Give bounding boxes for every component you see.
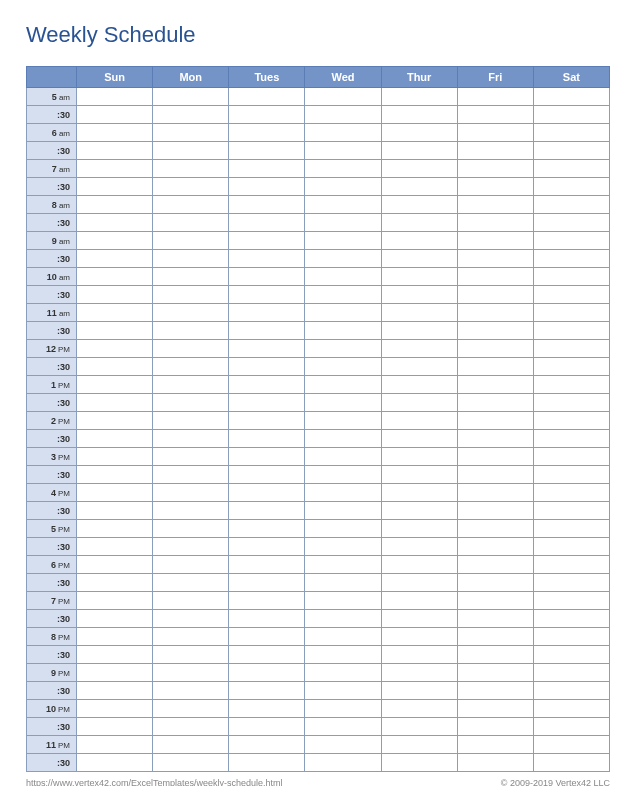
schedule-cell[interactable] — [381, 340, 457, 358]
schedule-cell[interactable] — [457, 106, 533, 124]
schedule-cell[interactable] — [381, 592, 457, 610]
schedule-cell[interactable] — [229, 88, 305, 106]
schedule-cell[interactable] — [533, 484, 609, 502]
schedule-cell[interactable] — [305, 682, 381, 700]
schedule-cell[interactable] — [305, 646, 381, 664]
schedule-cell[interactable] — [381, 610, 457, 628]
schedule-cell[interactable] — [533, 718, 609, 736]
schedule-cell[interactable] — [77, 124, 153, 142]
schedule-cell[interactable] — [153, 322, 229, 340]
schedule-cell[interactable] — [457, 88, 533, 106]
schedule-cell[interactable] — [457, 124, 533, 142]
schedule-cell[interactable] — [229, 520, 305, 538]
schedule-cell[interactable] — [77, 232, 153, 250]
schedule-cell[interactable] — [533, 682, 609, 700]
schedule-cell[interactable] — [77, 322, 153, 340]
schedule-cell[interactable] — [153, 268, 229, 286]
schedule-cell[interactable] — [381, 430, 457, 448]
schedule-cell[interactable] — [381, 232, 457, 250]
schedule-cell[interactable] — [381, 664, 457, 682]
schedule-cell[interactable] — [229, 754, 305, 772]
schedule-cell[interactable] — [305, 250, 381, 268]
schedule-cell[interactable] — [305, 736, 381, 754]
schedule-cell[interactable] — [153, 250, 229, 268]
schedule-cell[interactable] — [153, 430, 229, 448]
schedule-cell[interactable] — [457, 592, 533, 610]
schedule-cell[interactable] — [153, 718, 229, 736]
schedule-cell[interactable] — [153, 628, 229, 646]
schedule-cell[interactable] — [77, 754, 153, 772]
schedule-cell[interactable] — [305, 718, 381, 736]
schedule-cell[interactable] — [153, 232, 229, 250]
schedule-cell[interactable] — [533, 376, 609, 394]
schedule-cell[interactable] — [457, 466, 533, 484]
schedule-cell[interactable] — [229, 592, 305, 610]
schedule-cell[interactable] — [229, 664, 305, 682]
schedule-cell[interactable] — [533, 664, 609, 682]
schedule-cell[interactable] — [153, 484, 229, 502]
schedule-cell[interactable] — [457, 142, 533, 160]
schedule-cell[interactable] — [457, 484, 533, 502]
schedule-cell[interactable] — [457, 538, 533, 556]
schedule-cell[interactable] — [229, 448, 305, 466]
schedule-cell[interactable] — [153, 754, 229, 772]
schedule-cell[interactable] — [533, 304, 609, 322]
schedule-cell[interactable] — [305, 268, 381, 286]
schedule-cell[interactable] — [381, 754, 457, 772]
schedule-cell[interactable] — [457, 646, 533, 664]
schedule-cell[interactable] — [77, 664, 153, 682]
schedule-cell[interactable] — [305, 124, 381, 142]
schedule-cell[interactable] — [457, 160, 533, 178]
schedule-cell[interactable] — [457, 664, 533, 682]
schedule-cell[interactable] — [381, 124, 457, 142]
schedule-cell[interactable] — [229, 376, 305, 394]
schedule-cell[interactable] — [229, 628, 305, 646]
schedule-cell[interactable] — [305, 754, 381, 772]
schedule-cell[interactable] — [533, 574, 609, 592]
schedule-cell[interactable] — [305, 178, 381, 196]
schedule-cell[interactable] — [305, 358, 381, 376]
schedule-cell[interactable] — [381, 574, 457, 592]
schedule-cell[interactable] — [533, 412, 609, 430]
schedule-cell[interactable] — [533, 628, 609, 646]
schedule-cell[interactable] — [305, 232, 381, 250]
schedule-cell[interactable] — [229, 394, 305, 412]
schedule-cell[interactable] — [153, 178, 229, 196]
schedule-cell[interactable] — [533, 196, 609, 214]
schedule-cell[interactable] — [305, 628, 381, 646]
schedule-cell[interactable] — [381, 106, 457, 124]
schedule-cell[interactable] — [77, 538, 153, 556]
schedule-cell[interactable] — [153, 394, 229, 412]
schedule-cell[interactable] — [153, 304, 229, 322]
schedule-cell[interactable] — [381, 520, 457, 538]
schedule-cell[interactable] — [381, 322, 457, 340]
schedule-cell[interactable] — [229, 340, 305, 358]
schedule-cell[interactable] — [457, 610, 533, 628]
schedule-cell[interactable] — [153, 214, 229, 232]
schedule-cell[interactable] — [153, 142, 229, 160]
schedule-cell[interactable] — [533, 232, 609, 250]
schedule-cell[interactable] — [77, 376, 153, 394]
schedule-cell[interactable] — [153, 358, 229, 376]
schedule-cell[interactable] — [457, 520, 533, 538]
schedule-cell[interactable] — [77, 88, 153, 106]
schedule-cell[interactable] — [77, 412, 153, 430]
schedule-cell[interactable] — [77, 700, 153, 718]
schedule-cell[interactable] — [77, 196, 153, 214]
schedule-cell[interactable] — [153, 682, 229, 700]
schedule-cell[interactable] — [533, 646, 609, 664]
schedule-cell[interactable] — [229, 286, 305, 304]
schedule-cell[interactable] — [381, 394, 457, 412]
schedule-cell[interactable] — [457, 178, 533, 196]
schedule-cell[interactable] — [305, 214, 381, 232]
schedule-cell[interactable] — [229, 466, 305, 484]
schedule-cell[interactable] — [533, 250, 609, 268]
schedule-cell[interactable] — [153, 286, 229, 304]
schedule-cell[interactable] — [305, 394, 381, 412]
schedule-cell[interactable] — [77, 268, 153, 286]
schedule-cell[interactable] — [77, 556, 153, 574]
schedule-cell[interactable] — [77, 736, 153, 754]
schedule-cell[interactable] — [153, 736, 229, 754]
schedule-cell[interactable] — [533, 178, 609, 196]
schedule-cell[interactable] — [457, 214, 533, 232]
